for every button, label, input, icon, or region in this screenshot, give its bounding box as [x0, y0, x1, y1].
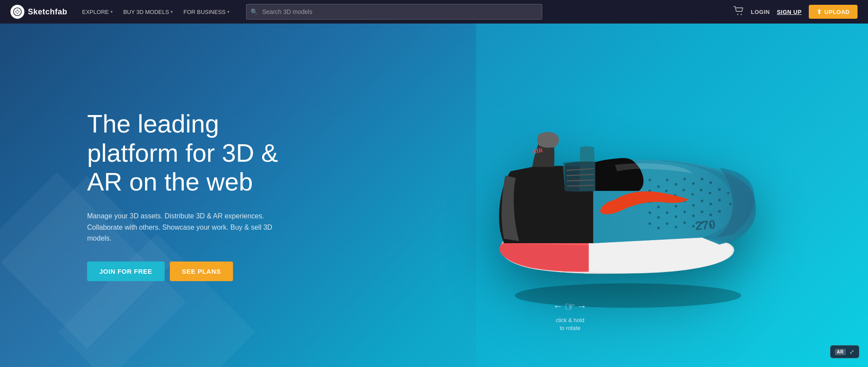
chevron-down-icon: ▾ [227, 10, 230, 14]
svg-point-2 [737, 14, 738, 15]
hero-headline: The leading platform for 3D & AR on the … [87, 109, 279, 197]
svg-point-15 [665, 190, 668, 192]
svg-point-5 [648, 179, 651, 181]
svg-point-44 [666, 222, 669, 225]
upload-button[interactable]: ⬆ UPLOAD [809, 5, 858, 19]
svg-point-20 [709, 192, 711, 194]
hero-content: The leading platform for 3D & AR on the … [0, 24, 868, 367]
nav-item-business[interactable]: FOR BUSINESS ▾ [179, 6, 234, 18]
svg-point-1 [16, 10, 19, 13]
svg-point-38 [692, 214, 695, 217]
svg-point-32 [729, 203, 731, 205]
rotate-arrows: ← ☞ → [553, 299, 587, 314]
see-plans-button[interactable]: SEE PLANS [170, 262, 233, 281]
svg-point-19 [700, 189, 703, 191]
svg-point-46 [683, 221, 686, 224]
svg-point-41 [718, 210, 721, 213]
svg-point-22 [727, 192, 729, 194]
svg-point-40 [709, 214, 712, 216]
shoe-3d-viewer[interactable]: 270 AIR [301, 45, 868, 332]
hero-text-block: The leading platform for 3D & AR on the … [0, 109, 279, 281]
svg-text:270: 270 [694, 217, 716, 233]
svg-point-39 [701, 211, 703, 213]
svg-point-17 [682, 189, 685, 191]
nav-menu: EXPLORE ▾ BUY 3D MODELS ▾ FOR BUSINESS ▾ [78, 6, 234, 18]
rotate-label: click & hold to rotate [556, 316, 584, 332]
svg-point-18 [691, 193, 694, 196]
svg-point-28 [692, 204, 695, 207]
svg-point-30 [709, 203, 712, 205]
hero-buttons: JOIN FOR FREE SEE PLANS [87, 262, 279, 281]
nav-item-buy[interactable]: BUY 3D MODELS ▾ [119, 6, 177, 18]
svg-point-6 [657, 185, 660, 188]
logo-icon [10, 5, 24, 19]
search-icon: 🔍 [250, 8, 258, 15]
rotate-hint: ← ☞ → click & hold to rotate [553, 299, 587, 332]
chevron-down-icon: ▾ [111, 10, 113, 14]
hero-3d-model-area[interactable]: 270 AIR [279, 24, 868, 367]
login-link[interactable]: LOGIN [751, 9, 770, 15]
hero-subtext: Manage your 3D assets. Distribute 3D & A… [87, 211, 279, 244]
hero-section: The leading platform for 3D & AR on the … [0, 24, 868, 367]
svg-point-21 [718, 188, 721, 191]
svg-point-31 [718, 199, 721, 201]
svg-point-45 [675, 226, 677, 228]
svg-point-9 [683, 178, 686, 180]
svg-point-3 [740, 14, 742, 15]
svg-point-34 [657, 216, 660, 219]
signup-link[interactable]: SIGN UP [777, 9, 802, 15]
arrow-left-icon: ← [553, 301, 563, 312]
svg-point-42 [648, 222, 651, 225]
logo-link[interactable]: Sketchfab [10, 5, 68, 19]
svg-point-47 [692, 225, 695, 228]
svg-point-37 [683, 211, 686, 213]
svg-point-11 [701, 178, 703, 180]
svg-point-10 [692, 182, 695, 185]
chevron-down-icon: ▾ [171, 10, 173, 14]
cart-icon[interactable] [733, 6, 744, 18]
search-container: 🔍 [246, 4, 542, 20]
navbar: Sketchfab EXPLORE ▾ BUY 3D MODELS ▾ FOR … [0, 0, 868, 24]
svg-point-7 [666, 179, 669, 181]
join-free-button[interactable]: JOIN FOR FREE [87, 262, 165, 281]
shoe-svg: 270 AIR [406, 62, 763, 315]
ar-button[interactable]: AR ⤢ [830, 345, 859, 358]
svg-point-26 [675, 205, 677, 207]
svg-point-33 [648, 211, 651, 214]
nav-right: LOGIN SIGN UP ⬆ UPLOAD [733, 5, 858, 19]
svg-point-29 [701, 200, 703, 202]
svg-point-12 [709, 181, 712, 184]
ar-badge-label: AR [835, 349, 846, 355]
hand-pointer-icon: ☞ [564, 299, 575, 314]
arrow-right-icon: → [577, 301, 587, 312]
svg-point-36 [675, 215, 677, 218]
fullscreen-icon: ⤢ [849, 348, 854, 355]
svg-point-8 [675, 183, 677, 186]
svg-point-24 [657, 206, 660, 208]
logo-text: Sketchfab [28, 7, 68, 17]
search-input[interactable] [246, 4, 542, 20]
nav-item-explore[interactable]: EXPLORE ▾ [78, 6, 117, 18]
svg-point-35 [666, 211, 669, 214]
svg-point-43 [657, 227, 660, 229]
upload-icon: ⬆ [817, 8, 822, 15]
svg-point-4 [515, 283, 741, 308]
